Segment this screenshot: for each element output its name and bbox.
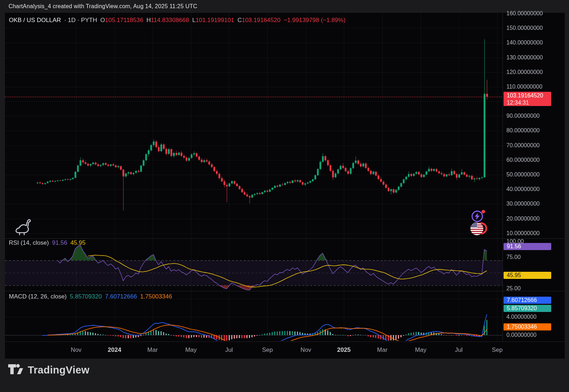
- snapshot-header-title: ChartAnalysis_4 created with TradingView…: [9, 3, 197, 10]
- price-axis-tick: 40.00000000: [506, 186, 539, 192]
- tradingview-brand-text: TradingView: [28, 364, 90, 376]
- rsi-ma-axis-badge: 45.95: [504, 272, 551, 279]
- price-axis-tick: 10.00000000: [506, 230, 539, 237]
- time-axis-label: Sep: [492, 346, 502, 354]
- time-axis-label: May: [185, 346, 197, 354]
- rsi-axis-tick: 100.00: [506, 238, 524, 245]
- symbol-name[interactable]: OKB / US DOLLAR: [9, 17, 61, 24]
- pane-separator[interactable]: [5, 238, 565, 239]
- bar-countdown: 12:34:31: [507, 99, 551, 106]
- time-axis-label: Jul: [225, 346, 233, 354]
- macd-hist-value: 5.85709320: [70, 293, 102, 300]
- time-axis-label: Mar: [377, 346, 387, 354]
- price-axis-tick: 70.00000000: [506, 142, 539, 149]
- macd-title[interactable]: MACD (12, 26, close): [9, 293, 67, 300]
- macd-line-value: 7.60712666: [105, 293, 137, 300]
- price-axis-tick: 30.00000000: [506, 201, 539, 207]
- price-chart-canvas[interactable]: [0, 0, 569, 392]
- ohlc-low: L101.19199101: [192, 17, 234, 24]
- price-axis-tick: 80.00000000: [506, 127, 539, 134]
- time-axis-label: Jul: [455, 346, 463, 354]
- rsi-axis-tick: 25.00: [506, 285, 521, 292]
- pyth-provider-icon: [471, 210, 485, 223]
- tradingview-logo[interactable]: TradingView: [8, 364, 90, 376]
- price-axis-tick: 150.00000000: [506, 25, 543, 31]
- rsi-ma-value: 45.95: [70, 239, 86, 247]
- rsi-value: 91.56: [52, 239, 67, 247]
- price-axis-tick: 130.00000000: [506, 54, 543, 61]
- ohlc-close: C103.19164520: [238, 17, 281, 24]
- time-axis-label: Sep: [262, 346, 273, 354]
- last-price-badge: 103.19164520 12:34:31: [504, 92, 551, 106]
- usd-flag-icon: [470, 222, 489, 235]
- tradingview-glyph-icon: [8, 364, 23, 376]
- ohlc-open: O105.17118536: [100, 17, 143, 24]
- dino-sticker-icon[interactable]: [15, 217, 33, 238]
- time-axis-label: May: [415, 346, 426, 354]
- macd-axis-tick: 4.00000000: [506, 314, 537, 320]
- price-axis-tick: 50.00000000: [506, 171, 539, 178]
- time-axis-label: 2025: [337, 346, 351, 354]
- rsi-axis-tick: 75.00: [506, 254, 521, 260]
- symbol-legend: OKB / US DOLLAR · 1D · PYTH O105.1711853…: [9, 17, 346, 24]
- price-change: −1.99139798 (−1.89%): [284, 17, 346, 24]
- rsi-legend: RSI (14, close) 91.56 45.95: [9, 239, 86, 247]
- macd-signal-value: 1.75003346: [140, 293, 172, 300]
- macd-axis-badge: 7.60712666: [504, 297, 551, 304]
- last-price-value: 103.19164520: [507, 92, 551, 99]
- ohlc-high: H114.83308668: [147, 17, 189, 24]
- macd-hist-axis-badge: 5.85709320: [504, 305, 551, 312]
- time-axis-separator: [5, 341, 565, 342]
- us-flag: [470, 222, 484, 235]
- price-axis-separator[interactable]: [502, 13, 503, 341]
- time-axis-label: Nov: [71, 346, 81, 354]
- price-axis-tick: 20.00000000: [506, 216, 539, 222]
- macd-signal-axis-badge: 1.75003346: [504, 323, 551, 330]
- notification-dot: [482, 210, 485, 213]
- price-axis-tick: 120.00000000: [506, 69, 543, 75]
- tradingview-snapshot: { "header": { "title": "ChartAnalysis_4 …: [0, 0, 569, 392]
- macd-legend: MACD (12, 26, close) 5.85709320 7.607126…: [9, 293, 172, 300]
- price-axis-tick: 140.00000000: [506, 39, 543, 46]
- price-axis-tick: 90.00000000: [506, 113, 539, 119]
- time-axis-label: Mar: [147, 346, 158, 354]
- macd-axis-tick: 0.00000000: [506, 332, 537, 338]
- price-axis-tick: 110.00000000: [506, 84, 542, 90]
- time-axis-label: 2024: [108, 346, 121, 354]
- price-axis-tick: 60.00000000: [506, 157, 539, 163]
- time-axis-label: Nov: [301, 346, 311, 354]
- price-axis-tick: 160.00000000: [506, 10, 543, 17]
- rsi-title[interactable]: RSI (14, close): [9, 239, 49, 247]
- pane-separator[interactable]: [5, 291, 565, 291]
- symbol-meta[interactable]: · 1D · PYTH: [64, 17, 97, 24]
